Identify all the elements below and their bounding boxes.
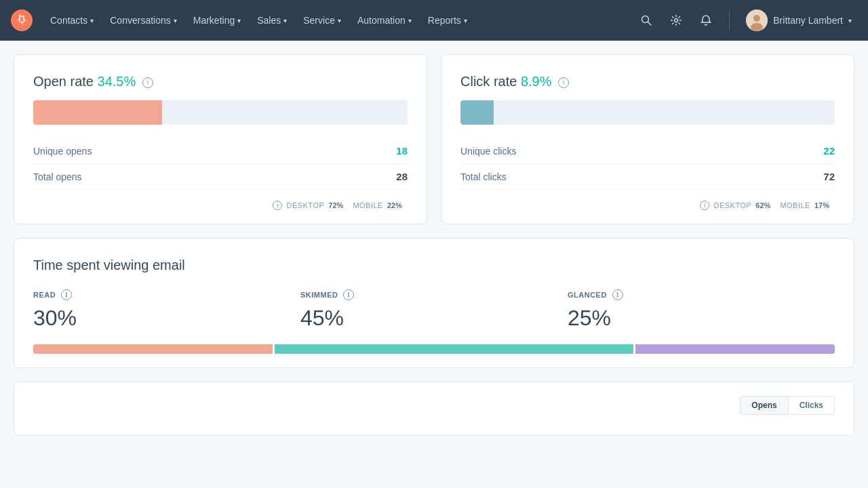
nav-automation[interactable]: Automation ▾ (351, 9, 418, 31)
unique-opens-value: 18 (396, 145, 408, 157)
unique-clicks-label: Unique clicks (460, 146, 516, 157)
total-opens-value: 28 (396, 171, 408, 182)
clicks-button[interactable]: Clicks (789, 396, 835, 415)
time-stacked-bar (33, 344, 835, 354)
nav-contacts[interactable]: Contacts ▾ (43, 9, 100, 31)
chevron-down-icon: ▾ (90, 17, 94, 24)
svg-line-2 (648, 22, 652, 26)
chevron-down-icon: ▾ (237, 17, 241, 24)
mobile-label: MOBILE (353, 201, 383, 209)
skimmed-info-icon[interactable]: i (343, 289, 354, 300)
glanced-value: 25% (568, 306, 835, 331)
unique-opens-row: Unique opens 18 (33, 138, 408, 164)
read-stat: READ i 30% (33, 289, 300, 331)
glanced-label: GLANCED i (568, 289, 835, 300)
skimmed-label: SKIMMED i (300, 289, 568, 300)
opens-button[interactable]: Opens (740, 396, 788, 415)
click-desktop-val: 62% (755, 201, 770, 209)
total-clicks-row: Total clicks 72 (460, 164, 835, 190)
read-value: 30% (33, 306, 300, 331)
unique-clicks-row: Unique clicks 22 (460, 138, 835, 164)
total-opens-row: Total opens 28 (33, 164, 408, 190)
nav-sales[interactable]: Sales ▾ (250, 9, 294, 31)
chevron-down-icon: ▾ (283, 17, 287, 24)
open-rate-value: 34.5% (98, 74, 136, 89)
read-label: READ i (33, 289, 300, 300)
chevron-down-icon: ▾ (464, 17, 467, 24)
chevron-down-icon: ▾ (174, 17, 177, 24)
svg-point-6 (751, 23, 763, 31)
svg-point-5 (753, 15, 760, 22)
cards-row: Open rate 34.5% i Unique opens 18 Total … (14, 54, 854, 224)
glanced-bar-segment (635, 344, 835, 354)
nav-divider (729, 10, 730, 30)
search-button[interactable] (634, 8, 658, 33)
click-rate-info-icon[interactable]: i (558, 77, 569, 88)
read-info-icon[interactable]: i (61, 289, 72, 300)
total-clicks-value: 72 (823, 171, 835, 182)
nav-marketing[interactable]: Marketing ▾ (186, 9, 248, 31)
nav-items: Contacts ▾ Conversations ▾ Marketing ▾ S… (43, 9, 634, 31)
time-card-title: Time spent viewing email (33, 258, 835, 273)
nav-conversations[interactable]: Conversations ▾ (103, 9, 184, 31)
navbar: Contacts ▾ Conversations ▾ Marketing ▾ S… (0, 0, 868, 41)
nav-right: Brittany Lambert ▾ (634, 7, 857, 34)
user-chevron-icon: ▾ (848, 17, 852, 24)
read-bar-segment (33, 344, 273, 354)
chevron-down-icon: ▾ (338, 17, 341, 24)
svg-point-0 (11, 9, 33, 31)
opens-clicks-toggle: Opens Clicks (740, 396, 835, 415)
glanced-info-icon[interactable]: i (612, 289, 623, 300)
main-content: Open rate 34.5% i Unique opens 18 Total … (0, 41, 868, 449)
open-rate-progress-bar (33, 100, 408, 125)
skimmed-stat: SKIMMED i 45% (300, 289, 568, 331)
bottom-card: Opens Clicks (14, 382, 854, 436)
click-rate-value: 8.9% (521, 74, 552, 89)
skimmed-value: 45% (300, 306, 568, 331)
click-rate-title: Click rate 8.9% i (460, 74, 835, 89)
footer-info-icon2[interactable]: i (700, 201, 709, 210)
unique-clicks-value: 22 (823, 145, 835, 157)
time-spent-card: Time spent viewing email READ i 30% SKIM… (14, 238, 854, 368)
desktop-val: 72% (328, 201, 343, 209)
open-rate-title: Open rate 34.5% i (33, 74, 408, 89)
click-mobile-label: MOBILE (780, 201, 810, 209)
glanced-stat: GLANCED i 25% (568, 289, 835, 331)
user-menu[interactable]: Brittany Lambert ▾ (741, 7, 857, 34)
avatar (746, 9, 768, 31)
nav-service[interactable]: Service ▾ (296, 9, 348, 31)
desktop-label: DESKTOP (286, 201, 324, 209)
chevron-down-icon: ▾ (408, 17, 412, 24)
open-rate-fill (33, 100, 162, 125)
skimmed-bar-segment (275, 344, 633, 354)
click-rate-footer: i DESKTOP 62% MOBILE 17% (460, 201, 835, 210)
open-rate-info-icon[interactable]: i (142, 77, 153, 88)
svg-point-3 (675, 19, 678, 22)
notifications-button[interactable] (694, 8, 718, 33)
click-desktop-label: DESKTOP (713, 201, 751, 209)
open-rate-card: Open rate 34.5% i Unique opens 18 Total … (14, 54, 427, 224)
nav-reports[interactable]: Reports ▾ (421, 9, 474, 31)
footer-info-icon[interactable]: i (273, 201, 282, 210)
total-opens-label: Total opens (33, 171, 82, 182)
time-stats: READ i 30% SKIMMED i 45% GLANCED i 25% (33, 289, 835, 331)
open-rate-footer: i DESKTOP 72% MOBILE 22% (33, 201, 408, 210)
click-rate-fill (460, 100, 494, 125)
username-label: Brittany Lambert (773, 15, 843, 26)
click-rate-progress-bar (460, 100, 835, 125)
hubspot-logo[interactable] (11, 9, 33, 31)
unique-opens-label: Unique opens (33, 146, 92, 157)
total-clicks-label: Total clicks (460, 171, 507, 182)
mobile-val: 22% (387, 201, 402, 209)
settings-button[interactable] (664, 8, 688, 33)
click-rate-card: Click rate 8.9% i Unique clicks 22 Total… (441, 54, 854, 224)
click-mobile-val: 17% (814, 201, 829, 209)
